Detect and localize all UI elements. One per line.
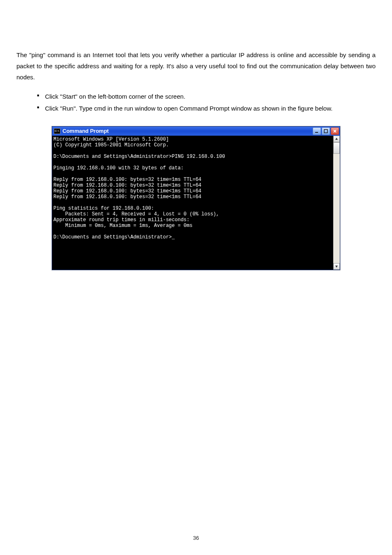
bullet-list: ■ Click "Start" on the left-bottom corne…: [37, 91, 376, 114]
list-item: ■ Click "Run". Type cmd in the run windo…: [37, 103, 376, 114]
scroll-up-button[interactable]: [333, 136, 340, 142]
close-button[interactable]: [331, 127, 339, 135]
system-menu-icon[interactable]: C:\: [54, 128, 60, 134]
page-number: 36: [0, 533, 392, 543]
command-prompt-window: C:\ Command Prompt Microsoft Windows XP …: [52, 126, 340, 270]
console-output[interactable]: Microsoft Windows XP [Version 5.1.2600] …: [52, 136, 333, 270]
svg-marker-2: [335, 138, 338, 140]
list-item-text: Click "Start" on the left-bottom corner …: [45, 91, 185, 102]
body-paragraph: The "ping" command is an Internet tool t…: [16, 49, 376, 83]
list-item: ■ Click "Start" on the left-bottom corne…: [37, 91, 376, 102]
vertical-scrollbar[interactable]: [333, 136, 340, 270]
window-titlebar[interactable]: C:\ Command Prompt: [52, 127, 340, 136]
svg-rect-0: [315, 132, 318, 133]
scroll-down-button[interactable]: [333, 263, 340, 270]
window-title: Command Prompt: [62, 126, 313, 136]
svg-marker-3: [335, 266, 338, 268]
svg-rect-1: [324, 130, 327, 133]
list-item-text: Click "Run". Type cmd in the run window …: [45, 103, 332, 114]
scrollbar-track[interactable]: [333, 142, 340, 263]
bullet-square-icon: ■: [37, 103, 39, 112]
maximize-button[interactable]: [322, 127, 330, 135]
minimize-button[interactable]: [313, 127, 321, 135]
scrollbar-thumb[interactable]: [333, 142, 340, 154]
bullet-square-icon: ■: [37, 91, 39, 100]
